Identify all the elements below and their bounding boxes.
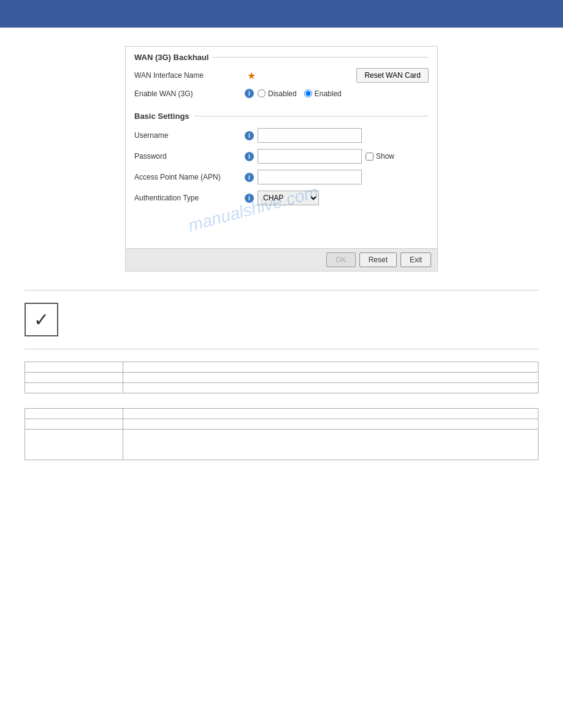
enable-wan-radio-group: Disabled Enabled (258, 89, 342, 98)
table-cell (123, 362, 538, 373)
table-cell (123, 383, 538, 393)
reset-button[interactable]: Reset (359, 252, 397, 267)
table-2 (25, 408, 538, 460)
wan-section-title: WAN (3G) Backhaul (134, 53, 429, 62)
show-password-area: Show (366, 152, 394, 161)
dialog-wrapper: manualshive.com WAN (3G) Backhaul WAN In… (125, 46, 438, 271)
wan-interface-name-label: WAN Interface Name (134, 71, 245, 80)
checkmark-box: ✓ (25, 303, 58, 336)
table-row (25, 362, 538, 373)
show-password-checkbox[interactable] (366, 153, 373, 161)
username-info-icon: i (245, 131, 254, 140)
password-row: Password i Show (134, 149, 429, 164)
checkmark-symbol: ✓ (34, 309, 49, 330)
exit-button[interactable]: Exit (400, 252, 431, 267)
header-bar (0, 0, 563, 28)
auth-type-label: Authentication Type (134, 194, 245, 202)
apn-row: Access Point Name (APN) i (134, 170, 429, 184)
password-label: Password (134, 152, 245, 161)
table-row (25, 373, 538, 383)
wan-title-line (212, 57, 429, 58)
table-cell (25, 419, 123, 430)
dialog-box: WAN (3G) Backhaul WAN Interface Name ★ R… (125, 46, 438, 271)
table-row (25, 409, 538, 419)
table-cell (25, 362, 123, 373)
enable-wan-label: Enable WAN (3G) (134, 89, 245, 98)
table-cell (25, 383, 123, 393)
password-input[interactable] (258, 149, 362, 164)
table-cell (123, 419, 538, 430)
basic-settings-header: Basic Settings (126, 104, 437, 126)
reset-wan-card-button[interactable]: Reset WAN Card (356, 68, 429, 83)
disabled-radio-label: Disabled (268, 89, 297, 98)
checkmark-section: ✓ (25, 303, 538, 336)
wan-interface-name-row: WAN Interface Name ★ Reset WAN Card (134, 68, 429, 83)
enabled-radio[interactable] (304, 89, 312, 97)
table-cell (123, 430, 538, 460)
enable-wan-row: Enable WAN (3G) i Disabled Enabled (134, 89, 429, 98)
basic-settings-fields: Username i Password i Show Access P (126, 126, 437, 205)
disabled-radio-item[interactable]: Disabled (258, 89, 297, 98)
username-label: Username (134, 131, 245, 140)
table-cell (25, 409, 123, 419)
table-1 (25, 362, 538, 393)
username-row: Username i (134, 128, 429, 143)
table-row (25, 419, 538, 430)
table-row (25, 430, 538, 460)
username-input[interactable] (258, 128, 362, 143)
auth-type-select[interactable]: CHAP PAP None (258, 191, 319, 205)
main-content: manualshive.com WAN (3G) Backhaul WAN In… (0, 28, 563, 493)
dialog-footer: OK Reset Exit (126, 248, 437, 271)
enabled-radio-item[interactable]: Enabled (304, 89, 342, 98)
basic-settings-title: Basic Settings (134, 112, 190, 121)
wan-fields: WAN Interface Name ★ Reset WAN Card Enab… (126, 66, 437, 98)
disabled-radio[interactable] (258, 89, 266, 97)
wan-title-text: WAN (3G) Backhaul (134, 53, 209, 62)
enabled-radio-label: Enabled (315, 89, 342, 98)
enable-wan-info-icon: i (245, 89, 254, 98)
separator-2 (25, 349, 538, 349)
required-star: ★ (247, 70, 256, 82)
ok-button[interactable]: OK (326, 252, 355, 267)
table-row (25, 383, 538, 393)
auth-type-row: Authentication Type i CHAP PAP None (134, 191, 429, 205)
wan-header-row: WAN (3G) Backhaul (126, 47, 437, 66)
table-cell (25, 373, 123, 383)
password-info-icon: i (245, 152, 254, 161)
show-password-label: Show (376, 152, 394, 161)
table-cell (123, 409, 538, 419)
separator-1 (25, 290, 538, 290)
apn-info-icon: i (245, 173, 254, 182)
auth-type-info-icon: i (245, 194, 254, 203)
basic-settings-line (194, 116, 429, 116)
apn-label: Access Point Name (APN) (134, 173, 245, 181)
table-cell (25, 430, 123, 460)
spacer-bottom (126, 211, 437, 248)
apn-input[interactable] (258, 170, 362, 184)
table-cell (123, 373, 538, 383)
